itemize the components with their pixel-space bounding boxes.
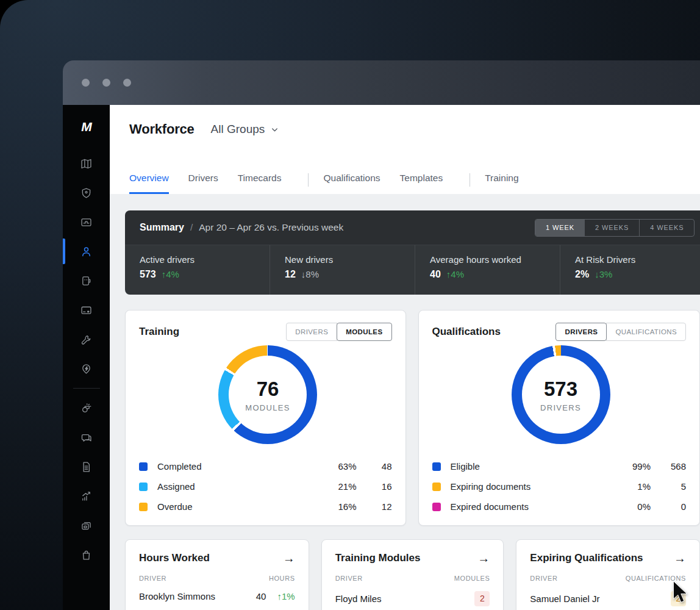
legend-item-expired: Expired documents 0% 0 xyxy=(432,497,686,517)
sidebar-nav xyxy=(63,149,110,383)
browser-window: M xyxy=(63,60,700,610)
summary-bar: Summary / Apr 20 – Apr 26 vs. Previous w… xyxy=(125,210,700,295)
window-control-dot[interactable] xyxy=(123,79,131,87)
app-frame: M xyxy=(63,105,700,610)
table-row[interactable]: Samuel Daniel Jr 2 xyxy=(530,591,686,606)
arrow-right-icon[interactable]: → xyxy=(283,552,295,564)
eld-device-icon xyxy=(80,274,93,287)
stat-new-drivers: New drivers 12↓8% xyxy=(270,245,415,295)
sidebar-item-safety[interactable] xyxy=(63,178,110,207)
sidebar-divider xyxy=(73,388,100,389)
qualifications-toggle-qualifications[interactable]: QUALIFICATIONS xyxy=(606,323,686,341)
period-toggle: 1 WEEK 2 WEEKS 4 WEEKS xyxy=(535,219,695,237)
sidebar-item-eld[interactable] xyxy=(63,266,110,295)
tab-bar: Overview Drivers Timecards Qualification… xyxy=(129,173,538,194)
sidebar-item-coach[interactable] xyxy=(63,393,110,423)
bag-icon xyxy=(80,548,93,561)
qualifications-card: Qualifications DRIVERS QUALIFICATIONS 57… xyxy=(418,310,700,526)
legend-item-completed: Completed 63% 48 xyxy=(139,456,392,476)
table-row[interactable]: Brooklyn Simmons 40 ↑1% xyxy=(139,591,295,601)
sidebar-nav-secondary xyxy=(63,393,110,569)
overdue-swatch xyxy=(139,503,148,511)
column-driver: DRIVER xyxy=(335,575,363,582)
vehicles-icon xyxy=(80,519,93,532)
training-modules-title: Training Modules xyxy=(335,552,421,564)
period-option-1-week[interactable]: 1 WEEK xyxy=(535,220,585,236)
hours-worked-title: Hours Worked xyxy=(139,552,210,564)
tab-timecards[interactable]: Timecards xyxy=(238,173,282,194)
sidebar-item-maintenance[interactable] xyxy=(63,325,110,354)
sidebar-item-cards[interactable] xyxy=(63,295,110,325)
tab-templates[interactable]: Templates xyxy=(400,173,443,194)
table-row[interactable]: Floyd Miles 2 xyxy=(335,591,490,606)
tab-qualifications[interactable]: Qualifications xyxy=(323,173,380,194)
sidebar-item-fuel[interactable] xyxy=(63,354,110,383)
column-driver: DRIVER xyxy=(139,575,166,582)
sidebar-item-messages[interactable] xyxy=(63,423,110,452)
hours-worked-card: Hours Worked → DRIVER HOURS Brooklyn Sim… xyxy=(125,539,309,610)
card-icon xyxy=(80,304,93,317)
sidebar-item-dispatch[interactable] xyxy=(63,207,110,237)
drivers-icon xyxy=(80,245,93,258)
period-option-4-weeks[interactable]: 4 WEEKS xyxy=(639,220,694,236)
sidebar: M xyxy=(63,105,110,610)
training-toggle-modules[interactable]: MODULES xyxy=(337,323,391,341)
arrow-right-icon[interactable]: → xyxy=(477,552,490,564)
tab-training[interactable]: Training xyxy=(485,173,518,194)
summary-title: Summary xyxy=(140,222,184,233)
training-toggle: DRIVERS MODULES xyxy=(286,323,391,341)
qualifications-toggle-drivers[interactable]: DRIVERS xyxy=(555,323,607,341)
summary-separator: / xyxy=(190,222,193,233)
column-driver: DRIVER xyxy=(530,575,557,582)
window-control-dot[interactable] xyxy=(82,79,90,87)
training-card: Training DRIVERS MODULES 76 MODULES xyxy=(125,310,406,526)
expired-swatch xyxy=(432,503,441,511)
main-content: Workforce All Groups Overview Drivers Ti… xyxy=(110,105,700,610)
tab-divider xyxy=(308,173,309,187)
expiring-qualifications-title: Expiring Qualifications xyxy=(530,552,643,564)
dispatch-icon xyxy=(80,216,93,229)
completed-swatch xyxy=(139,462,148,471)
arrow-right-icon[interactable]: → xyxy=(674,552,686,564)
training-card-title: Training xyxy=(139,326,179,338)
whistle-icon xyxy=(80,402,93,415)
legend-item-expiring: Expiring documents 1% 5 xyxy=(432,476,686,497)
qualifications-toggle: DRIVERS QUALIFICATIONS xyxy=(555,323,686,341)
tab-drivers[interactable]: Drivers xyxy=(188,173,218,194)
modules-count-badge: 2 xyxy=(474,591,490,606)
window-controls xyxy=(82,79,131,87)
shield-icon xyxy=(80,187,93,199)
eligible-swatch xyxy=(432,462,441,471)
period-option-2-weeks[interactable]: 2 WEEKS xyxy=(585,220,639,236)
sidebar-item-drivers[interactable] xyxy=(63,237,110,266)
chat-icon xyxy=(80,431,93,444)
qualifications-donut-label: DRIVERS xyxy=(540,403,581,412)
group-selector-label: All Groups xyxy=(211,123,265,136)
sidebar-item-reports[interactable] xyxy=(63,481,110,511)
sidebar-item-documents[interactable] xyxy=(63,452,110,481)
stat-average-hours: Average hours worked 40↑4% xyxy=(415,245,560,295)
column-hours: HOURS xyxy=(269,575,295,582)
legend-item-eligible: Eligible 99% 568 xyxy=(432,456,686,476)
expiring-swatch xyxy=(432,483,441,491)
qualifications-donut-chart: 573 DRIVERS xyxy=(512,345,610,444)
training-toggle-drivers[interactable]: DRIVERS xyxy=(286,323,337,341)
page-header: Workforce All Groups Overview Drivers Ti… xyxy=(110,105,700,194)
sidebar-item-vehicles[interactable] xyxy=(63,511,110,540)
chart-up-icon xyxy=(80,490,93,503)
training-legend: Completed 63% 48 Assigned 21% 16 xyxy=(139,456,392,517)
sidebar-item-map[interactable] xyxy=(63,149,110,178)
legend-item-assigned: Assigned 21% 16 xyxy=(139,476,392,497)
map-icon xyxy=(80,157,93,170)
stat-at-risk-drivers: At Risk Drivers 2%↓3% xyxy=(560,245,700,295)
assigned-swatch xyxy=(139,483,148,491)
sidebar-item-marketplace[interactable] xyxy=(63,540,110,569)
tab-overview[interactable]: Overview xyxy=(129,173,169,194)
qualifications-donut-value: 573 xyxy=(544,378,577,401)
chevron-down-icon xyxy=(270,125,279,134)
window-control-dot[interactable] xyxy=(102,79,110,87)
qualifications-card-title: Qualifications xyxy=(432,326,501,338)
group-selector[interactable]: All Groups xyxy=(211,123,280,136)
dashboard-panel: Summary / Apr 20 – Apr 26 vs. Previous w… xyxy=(110,194,700,610)
legend-item-overdue: Overdue 16% 12 xyxy=(139,497,392,517)
